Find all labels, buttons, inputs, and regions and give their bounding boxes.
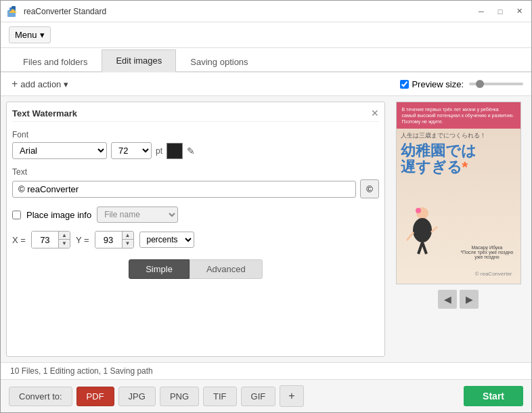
- watermark-text-input[interactable]: [12, 181, 356, 198]
- place-info-group: Place image info File name: [12, 206, 379, 223]
- menu-arrow-icon: ▾: [40, 30, 45, 40]
- tab-edit[interactable]: Edit images: [102, 49, 176, 72]
- place-info-select[interactable]: File name: [97, 206, 178, 223]
- preview-top-text: В течение первых трёх лет жизни у ребёнк…: [397, 102, 520, 129]
- simple-advanced-row: Simple Advanced: [12, 259, 379, 279]
- text-row: ©: [12, 179, 379, 198]
- y-label: Y =: [76, 235, 89, 245]
- preview-jp-text-big: 幼稚園では 遅すぎる*: [401, 143, 516, 175]
- jp-star: *: [462, 158, 468, 175]
- simple-button[interactable]: Simple: [129, 259, 190, 279]
- preview-author: Масару Ибука *После трёх уже поздно уже …: [460, 245, 513, 259]
- format-jpg-button[interactable]: JPG: [118, 387, 156, 406]
- x-spin-down[interactable]: ▼: [59, 240, 70, 248]
- panel-header: Text Watermark ✕: [12, 108, 379, 122]
- x-input[interactable]: [32, 232, 59, 248]
- preview-checkbox: Preview size:: [400, 79, 464, 89]
- nav-arrows: ◀ ▶: [438, 290, 479, 309]
- svg-line-9: [407, 232, 414, 240]
- preview-ru-text-3: Поэтому не ждите.: [402, 118, 515, 125]
- place-info-checkbox[interactable]: [12, 211, 21, 219]
- size-select[interactable]: 72 48 36 24: [111, 142, 152, 159]
- svg-point-5: [413, 218, 432, 242]
- slider-thumb: [476, 80, 484, 88]
- status-bar: 10 Files, 1 Editing action, 1 Saving pat…: [1, 362, 531, 379]
- text-label: Text: [12, 167, 379, 177]
- maximize-button[interactable]: □: [493, 5, 507, 18]
- unit-select[interactable]: percents pixels: [139, 232, 194, 248]
- font-label: Font: [12, 130, 379, 139]
- add-action-button[interactable]: + add action ▾: [9, 77, 71, 91]
- title-bar-left: reaConverter Standard: [6, 5, 106, 18]
- preview-image: В течение первых трёх лет жизни у ребёнк…: [396, 102, 521, 284]
- preview-jp-text-1: 人生は三歳までにつくられる！: [401, 131, 516, 140]
- add-format-button[interactable]: +: [280, 385, 303, 407]
- x-arrows: ▲ ▼: [59, 232, 70, 248]
- y-input[interactable]: [95, 232, 123, 248]
- next-image-button[interactable]: ▶: [460, 290, 479, 309]
- preview-slider[interactable]: [469, 83, 523, 85]
- bottom-bar: Convert to: PDF JPG PNG TIF GIF + Start: [1, 379, 531, 412]
- pt-label: pt: [156, 146, 162, 156]
- add-action-label: add action: [20, 79, 61, 89]
- x-label: X =: [12, 235, 26, 245]
- title-bar: reaConverter Standard ─ □ ✕: [1, 1, 531, 22]
- tabs-bar: Files and folders Edit images Saving opt…: [1, 48, 531, 72]
- toolbar: Menu ▾: [1, 22, 531, 48]
- color-picker[interactable]: [167, 143, 183, 159]
- app-icon: [6, 5, 20, 18]
- panel-title: Text Watermark: [12, 108, 77, 118]
- preview-ru-text-1: В течение первых трёх лет жизни у ребёнк…: [402, 106, 515, 112]
- status-text: 10 Files, 1 Editing action, 1 Saving pat…: [10, 366, 153, 376]
- font-group: Font Arial Times New Roman Verdana 72 48…: [12, 130, 379, 159]
- preview-panel: В течение первых трёх лет жизни у ребёнк…: [391, 102, 526, 357]
- y-spin-up[interactable]: ▲: [123, 232, 133, 240]
- svg-rect-2: [12, 6, 16, 9]
- format-pdf-button[interactable]: PDF: [76, 387, 114, 406]
- minimize-button[interactable]: ─: [474, 5, 488, 18]
- action-arrow-icon: ▾: [64, 79, 68, 89]
- window-controls: ─ □ ✕: [474, 5, 526, 18]
- copyright-button[interactable]: ©: [360, 179, 379, 198]
- preview-size-checkbox[interactable]: [400, 80, 409, 89]
- x-spinbox: ▲ ▼: [31, 231, 70, 248]
- window-title: reaConverter Standard: [24, 7, 106, 16]
- edit-color-icon[interactable]: ✎: [187, 146, 195, 156]
- window-close-button[interactable]: ✕: [512, 5, 526, 18]
- svg-line-10: [431, 227, 437, 232]
- svg-point-8: [416, 208, 421, 213]
- font-row: Arial Times New Roman Verdana 72 48 36 2…: [12, 142, 379, 159]
- place-info-label: Place image info: [26, 210, 91, 220]
- format-png-button[interactable]: PNG: [160, 387, 199, 406]
- preview-watermark: © reaConverter: [475, 271, 512, 277]
- menu-button[interactable]: Menu ▾: [9, 26, 51, 43]
- panel-close-button[interactable]: ✕: [371, 108, 379, 118]
- preview-bottom: Масару Ибука *После трёх уже поздно уже …: [401, 176, 516, 281]
- preview-mid: 人生は三歳までにつくられる！ 幼稚園では 遅すぎる*: [397, 129, 520, 284]
- y-spin-down[interactable]: ▼: [123, 240, 133, 248]
- main-window: reaConverter Standard ─ □ ✕ Menu ▾ Files…: [0, 0, 532, 413]
- svg-line-7: [422, 242, 426, 254]
- girl-figure: [403, 206, 441, 261]
- tab-saving[interactable]: Saving options: [176, 51, 262, 72]
- format-tif-button[interactable]: TIF: [203, 387, 237, 406]
- preview-controls: Preview size:: [400, 79, 523, 89]
- convert-label: Convert to:: [9, 387, 72, 406]
- tab-files[interactable]: Files and folders: [9, 51, 102, 72]
- preview-size-label: Preview size:: [412, 79, 464, 89]
- format-gif-button[interactable]: GIF: [241, 387, 276, 406]
- start-button[interactable]: Start: [464, 386, 523, 406]
- coords-row: X = ▲ ▼ Y = ▲ ▼ percent: [12, 231, 379, 248]
- advanced-button[interactable]: Advanced: [190, 259, 263, 279]
- y-arrows: ▲ ▼: [123, 232, 133, 248]
- action-bar: + add action ▾ Preview size:: [1, 72, 531, 96]
- main-content: Text Watermark ✕ Font Arial Times New Ro…: [1, 96, 531, 362]
- text-group: Text ©: [12, 167, 379, 198]
- prev-image-button[interactable]: ◀: [438, 290, 457, 309]
- font-select[interactable]: Arial Times New Roman Verdana: [12, 142, 107, 159]
- add-plus-icon: +: [12, 78, 18, 90]
- x-spin-up[interactable]: ▲: [59, 232, 70, 240]
- y-spinbox: ▲ ▼: [95, 231, 134, 248]
- edit-panel: Text Watermark ✕ Font Arial Times New Ro…: [6, 102, 385, 357]
- menu-label: Menu: [15, 30, 37, 40]
